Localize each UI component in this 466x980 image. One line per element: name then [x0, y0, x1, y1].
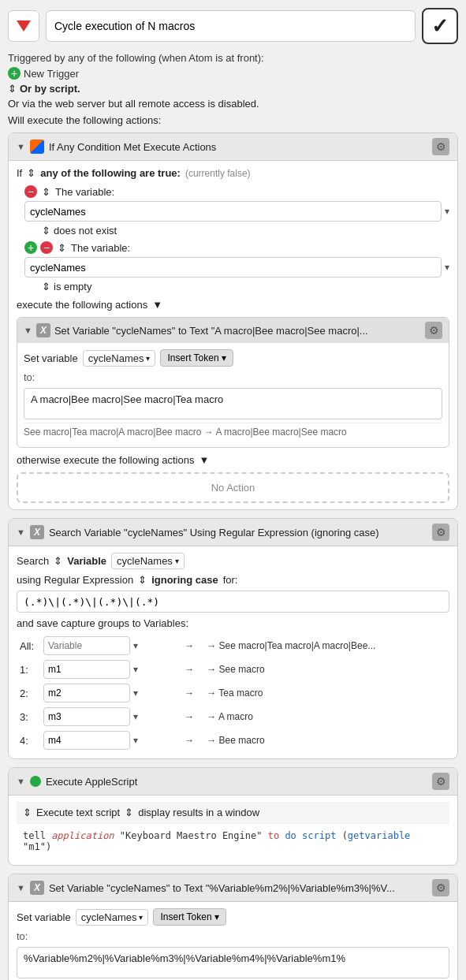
checkmark-button[interactable]: ✓	[422, 8, 458, 44]
regex-input[interactable]	[17, 591, 449, 613]
set-label-2: Set variable	[17, 911, 71, 923]
to-label-1: to:	[24, 371, 35, 383]
capture-row-all: All: ▾ → → See macro|Tea macro|A macro|B…	[17, 634, 449, 658]
red-minus-1[interactable]: −	[24, 185, 37, 198]
cap-value-4: → Bee macro	[203, 728, 449, 752]
cap-dropdown-2[interactable]: ▾	[133, 687, 138, 699]
the-variable-label-2: The variable:	[71, 242, 130, 254]
all-num-label: All:	[17, 634, 40, 658]
condition-title: If Any Condition Met Execute Actions	[49, 141, 216, 153]
set-var2-header-left: ▼ X Set Variable "cycleNames" to Text "%…	[17, 881, 395, 895]
cap-var-input-2[interactable]	[43, 684, 130, 702]
capture-row-3: 3: ▾ → → A macro	[17, 705, 449, 728]
search-collapse-arrow[interactable]: ▼	[17, 527, 25, 537]
search-row: Search ⇕ Variable cycleNames ▾	[17, 553, 449, 569]
applescript-header-left: ▼ Execute AppleScript	[17, 776, 137, 788]
set-var2-select-value: cycleNames	[81, 911, 137, 923]
set-var-header-left-1: ▼ X Set Variable "cycleNames" to Text "A…	[24, 323, 368, 337]
set-var-collapse-1[interactable]: ▼	[24, 326, 32, 335]
set-var-select-value-1: cycleNames	[88, 352, 144, 364]
set-var-title-1: Set Variable "cycleNames" to Text "A mac…	[54, 325, 368, 337]
set-var2-title: Set Variable "cycleNames" to Text "%Vari…	[49, 882, 395, 894]
set-var-x-icon-1: X	[36, 323, 50, 337]
for-label: for:	[223, 574, 238, 586]
cap-arrow-2: →	[181, 681, 203, 705]
set-label-1: Set variable	[24, 352, 78, 364]
set-var2-select[interactable]: cycleNames ▾	[76, 909, 149, 926]
script-getvariable: getvariable	[348, 830, 410, 841]
script-do: do script	[285, 830, 336, 841]
collapse-arrow[interactable]: ▼	[17, 142, 25, 151]
script-paren: (	[336, 830, 347, 841]
cap-var-input-3[interactable]	[43, 707, 130, 726]
applescript-gear-button[interactable]: ⚙	[432, 773, 449, 790]
to-value-box-2[interactable]: %Variable%m2%|%Variable%m3%|%Variable%m4…	[17, 947, 449, 978]
applescript-header: ▼ Execute AppleScript ⚙	[9, 768, 457, 796]
set-var2-gear-button[interactable]: ⚙	[432, 879, 449, 896]
cap-dropdown-1[interactable]: ▾	[133, 664, 138, 675]
using-regex-label: using Regular Expression	[17, 574, 133, 586]
preview-text-1: See macro|Tea macro|A macro|Bee macro → …	[24, 423, 442, 441]
the-variable-label-1: The variable:	[55, 186, 114, 198]
dropdown-arrow-2[interactable]: ▾	[445, 262, 449, 273]
red-minus-2[interactable]: −	[40, 241, 53, 254]
cap-input-cell-4: ▾	[40, 728, 181, 752]
sort-icon-dne: ⇕	[42, 225, 50, 237]
search-body: Search ⇕ Variable cycleNames ▾ using Reg…	[9, 546, 457, 758]
is-empty-label: is empty	[54, 281, 91, 293]
set-var-inner-1: ▼ X Set Variable "cycleNames" to Text "A…	[17, 317, 449, 448]
sort-icon-2: ⇕	[58, 242, 66, 254]
set-var2-collapse-arrow[interactable]: ▼	[17, 883, 25, 892]
set-var-select-1[interactable]: cycleNames ▾	[83, 350, 156, 367]
applescript-body: ⇕ Execute text script ⇕ display results …	[9, 796, 457, 865]
save-captures-label: and save capture groups to Variables:	[17, 617, 449, 629]
capture-row-2: 2: ▾ → → Tea macro	[17, 681, 449, 705]
green-plus-icon: +	[8, 67, 21, 80]
var-input-1[interactable]	[24, 201, 442, 222]
execute-text-label: Execute text script	[36, 807, 120, 818]
var-input-row-1: ▾	[24, 201, 449, 222]
to-row-1: to:	[24, 371, 442, 383]
set-var2-x-icon: X	[30, 881, 44, 895]
new-trigger-button[interactable]: + New Trigger	[8, 67, 79, 80]
cap-dropdown-4[interactable]: ▾	[133, 735, 138, 746]
dropdown-arrow-1[interactable]: ▾	[445, 206, 449, 217]
down-arrow-button[interactable]	[8, 10, 39, 42]
insert-token-btn-2[interactable]: Insert Token ▾	[153, 908, 226, 926]
insert-token-btn-1[interactable]: Insert Token ▾	[160, 349, 233, 367]
sort-icon-ie: ⇕	[42, 281, 50, 293]
applescript-collapse-arrow[interactable]: ▼	[17, 777, 25, 786]
sort-icon-search: ⇕	[54, 555, 62, 567]
cap-var-input-1[interactable]	[43, 660, 130, 679]
cap-arrow-1: →	[181, 658, 203, 681]
all-var-input[interactable]	[43, 636, 130, 655]
cap-var-input-4[interactable]	[43, 731, 130, 750]
sort-icon: ⇕	[8, 83, 17, 95]
cap-value-3: → A macro	[203, 705, 449, 728]
or-by-script-row: ⇕ Or by script.	[8, 83, 458, 95]
macro-title-input[interactable]	[46, 10, 416, 42]
condition-gear-button[interactable]: ⚙	[432, 138, 449, 155]
trigger-section: Triggered by any of the following (when …	[8, 52, 458, 110]
search-var-select[interactable]: cycleNames ▾	[111, 553, 185, 569]
set-var-header-1: ▼ X Set Variable "cycleNames" to Text "A…	[17, 318, 449, 343]
search-gear-button[interactable]: ⚙	[432, 524, 449, 541]
var-input-2[interactable]	[24, 257, 442, 278]
header-row: ✓	[8, 8, 458, 44]
search-block: ▼ X Search Variable "cycleNames" Using R…	[8, 518, 458, 759]
sort-icon-as: ⇕	[23, 807, 32, 818]
to-value-box-1[interactable]: A macro|Bee macro|See macro|Tea macro	[24, 388, 442, 419]
ignoring-case-label: ignoring case	[151, 574, 218, 586]
cap-dropdown-3[interactable]: ▾	[133, 711, 138, 722]
main-container: ✓ Triggered by any of the following (whe…	[0, 0, 466, 980]
all-dropdown-arrow[interactable]: ▾	[133, 640, 138, 651]
script-to: to	[268, 830, 279, 841]
set-var-gear-1[interactable]: ⚙	[425, 322, 442, 339]
new-trigger-label: New Trigger	[24, 68, 79, 80]
var-input-row-2: ▾	[24, 257, 449, 278]
does-not-exist-row: ⇕ does not exist	[24, 225, 449, 237]
green-plus-icon-2[interactable]: +	[24, 241, 37, 254]
condition-row-1: − ⇕ The variable:	[24, 185, 449, 198]
search-header: ▼ X Search Variable "cycleNames" Using R…	[9, 519, 457, 546]
condition-icon	[30, 140, 44, 154]
